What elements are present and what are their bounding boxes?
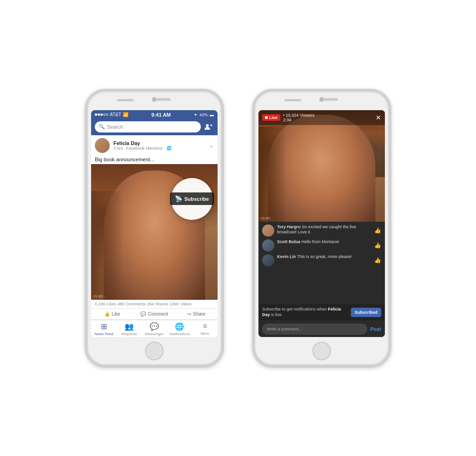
battery-level: 42% [199,112,208,117]
comment-name-kevin[interactable]: Kevin Lin [277,254,297,259]
post-header: Felicia Day 3 hrs · Facebook Mentions · … [91,135,218,156]
avatar-tory [262,225,274,237]
battery-icon: ▬ [210,112,214,117]
comment-text-tory: Tory Hargro So excited we caught the liv… [277,225,371,235]
comment-button[interactable]: 💬 Comment [133,309,176,319]
home-button[interactable] [145,342,164,360]
requests-icon: 👥 [125,322,134,331]
more-label: More [201,331,209,336]
fb-search-bar: 🔍 Search [91,119,218,135]
post-text: Big book announcement... [91,156,218,164]
live-bar: Live • 10,324 Viewers 2:34 ✕ [258,110,385,125]
notifications-icon: 🌐 [175,322,184,331]
status-right: ✦ 42% ▬ [194,112,214,117]
like-icon: 👍 [104,311,110,317]
post-caret-icon[interactable]: ⌄ [209,142,214,149]
subscribe-icon: 📡 [175,195,182,202]
live-label: Live [269,115,278,120]
subscribe-prefix: Subscribe to get notifications when [262,307,328,311]
like-icon-kevin[interactable]: 👍 [374,257,381,264]
comment-content-kevin: This is so great, more please! [297,254,352,259]
hair-left [91,191,123,300]
avatar-kevin [262,254,274,266]
status-time: 9:41 AM [152,112,171,118]
like-icon-tory[interactable]: 👍 [374,227,381,234]
comment-name-tory[interactable]: Tory Hargro [277,225,302,229]
feed-post: Felicia Day 3 hrs · Facebook Mentions · … [91,135,218,337]
subscribe-label: Subscribe [184,196,209,202]
post-avatar[interactable] [95,138,110,153]
phone-2: US BO... Live • 10,324 Viewers 2:34 [252,89,391,368]
nav-more[interactable]: ≡ More [192,322,218,336]
comment-row-tory: Tory Hargro So excited we caught the liv… [262,225,381,237]
comment-body-scott: Scott Bulua Hello from Montana! [277,239,371,245]
phone-speaker [117,99,134,101]
post-actions: 👍 Like 💬 Comment ↪ Share [91,309,218,320]
share-button[interactable]: ↪ Share [175,309,218,319]
nav-messenger[interactable]: 💬 Messenger [142,322,167,336]
share-icon: ↪ [187,311,191,317]
phone-2-home-button[interactable] [312,342,331,360]
post-user-name[interactable]: Felicia Day [113,140,205,146]
post-button[interactable]: Post [370,326,381,332]
avatar-image [95,138,110,153]
live-dot [265,116,268,119]
bottom-nav: ⊞ News Feed 👥 Requests 💬 Messenger 🌐 Not… [91,320,218,337]
notifications-label: Notifications [170,332,190,336]
viewer-count: • 10,324 Viewers [283,113,373,118]
friend-requests-icon[interactable] [204,122,214,132]
post-stats: 6,296 Likes 489 Comments 294 Shares 136K… [91,300,218,309]
like-label: Like [112,311,120,317]
live-hair-left [258,127,286,222]
comments-area: Tory Hargro So excited we caught the liv… [258,222,385,304]
search-input[interactable]: 🔍 Search [95,121,201,132]
corner-label: US BO... [93,295,106,298]
phone-2-speaker [284,99,301,101]
more-icon: ≡ [203,322,207,330]
comment-content-scott: Hello from Montana! [302,239,339,244]
video-thumbnail[interactable]: US BO... 📡 Subscribe [91,164,218,300]
live-video-bg: US BO... [258,110,385,222]
newsfeed-label: News Feed [94,332,113,336]
subscribe-text: Subscribe to get notifications when Feli… [262,307,348,317]
nav-requests[interactable]: 👥 Requests [116,322,141,336]
messenger-label: Messenger [145,332,164,336]
nav-notifications[interactable]: 🌐 Notifications [167,322,192,336]
newsfeed-icon: ⊞ [101,322,107,331]
subscribe-button[interactable]: 📡 Subscribe [170,192,213,205]
status-bar: AT&T 📶 9:41 AM ✦ 42% ▬ [91,110,218,119]
subscribe-overlay: 📡 Subscribe [171,178,213,220]
post-meta: Felicia Day 3 hrs · Facebook Mentions · … [113,140,205,151]
like-icon-scott[interactable]: 👍 [374,242,381,249]
live-corner-label: US BO... [260,217,273,220]
comment-name-scott[interactable]: Scott Bulua [277,239,302,244]
live-screen: US BO... Live • 10,324 Viewers 2:34 [258,110,385,337]
search-placeholder: Search [107,124,123,130]
live-badge: Live [262,114,280,121]
svg-point-0 [206,124,209,127]
dot-4 [103,113,106,116]
comment-row-scott: Scott Bulua Hello from Montana! 👍 [262,239,381,251]
carrier: AT&T 📶 [95,112,128,117]
bluetooth-icon: ✦ [194,112,198,117]
dot-1 [95,113,97,116]
post-sub-info: 3 hrs · Facebook Mentions · 🌐 [113,146,205,151]
comment-input[interactable]: Write a comment... [262,324,367,335]
dot-3 [100,113,103,116]
like-button[interactable]: 👍 Like [91,309,133,319]
comment-icon: 💬 [140,311,146,317]
comment-body-tory: Tory Hargro So excited we caught the liv… [277,225,371,235]
close-button[interactable]: ✕ [376,114,381,121]
comment-placeholder: Write a comment... [267,327,302,331]
search-icon: 🔍 [99,124,105,130]
subscribe-suffix: is live. [270,312,283,317]
subscribed-button[interactable]: Subscribed [351,308,381,317]
nav-newsfeed[interactable]: ⊞ News Feed [91,322,116,336]
viewers-text: 10,324 Viewers [286,113,315,118]
dot-5 [106,113,108,116]
avatar-scott [262,239,274,251]
carrier-name: AT&T [110,112,121,117]
messenger-icon: 💬 [150,322,159,331]
comment-row-kevin: Kevin Lin This is so great, more please!… [262,254,381,266]
dot-2 [98,113,100,116]
